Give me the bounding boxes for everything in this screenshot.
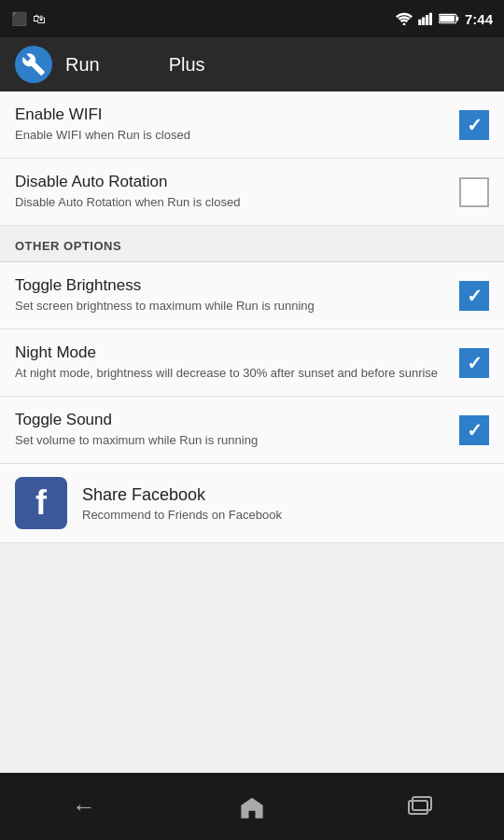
- night-mode-desc: At night mode, brightness will decrease …: [15, 365, 448, 382]
- facebook-share-item[interactable]: f Share Facebook Recommend to Friends on…: [0, 464, 504, 543]
- night-mode-checkbox[interactable]: [459, 348, 489, 378]
- svg-rect-1: [418, 20, 421, 25]
- disable-auto-rotation-text: Disable Auto Rotation Disable Auto Rotat…: [15, 173, 459, 211]
- home-button[interactable]: [224, 786, 280, 827]
- svg-rect-4: [429, 13, 432, 25]
- app-bar: Run Plus: [0, 37, 504, 91]
- toggle-brightness-text: Toggle Brightness Set screen brightness …: [15, 276, 459, 315]
- svg-rect-3: [426, 15, 428, 25]
- status-bar: ⬛ 🛍 7:44: [0, 0, 504, 37]
- home-icon: [239, 794, 265, 819]
- nav-bar: ←: [0, 773, 504, 840]
- bbm-icon: ⬛: [11, 11, 27, 26]
- settings-content: Enable WIFI Enable WIFI when Run is clos…: [0, 91, 504, 773]
- toggle-sound-text: Toggle Sound Set volume to maximum while…: [15, 411, 459, 449]
- disable-auto-rotation-title: Disable Auto Rotation: [15, 173, 448, 191]
- svg-rect-7: [440, 15, 455, 21]
- disable-auto-rotation-desc: Disable Auto Rotation when Run is closed: [15, 194, 448, 211]
- recents-icon: [407, 796, 433, 817]
- facebook-share-desc: Recommend to Friends on Facebook: [82, 508, 282, 522]
- svg-rect-6: [456, 17, 458, 21]
- wifi-icon: [396, 12, 413, 25]
- night-mode-title: Night Mode: [15, 343, 448, 362]
- back-button[interactable]: ←: [56, 786, 112, 827]
- signal-icon: [418, 12, 433, 25]
- wrench-icon: [21, 52, 46, 77]
- toggle-sound-desc: Set volume to maximum while Run is runni…: [15, 432, 448, 449]
- status-time: 7:44: [465, 11, 493, 27]
- other-options-header: OTHER OPTIONS: [0, 226, 504, 262]
- toggle-sound-title: Toggle Sound: [15, 411, 448, 429]
- enable-wifi-title: Enable WIFI: [15, 105, 448, 124]
- toggle-brightness-checkbox[interactable]: [459, 281, 489, 311]
- enable-wifi-text: Enable WIFI Enable WIFI when Run is clos…: [15, 105, 459, 144]
- app-subtitle: Plus: [169, 54, 205, 76]
- app-title: Run: [65, 54, 100, 76]
- status-bar-left-icons: ⬛ 🛍: [11, 11, 46, 26]
- night-mode-text: Night Mode At night mode, brightness wil…: [15, 343, 459, 382]
- facebook-share-title: Share Facebook: [82, 485, 282, 505]
- toggle-sound-item[interactable]: Toggle Sound Set volume to maximum while…: [0, 397, 504, 464]
- disable-auto-rotation-checkbox[interactable]: [459, 177, 489, 207]
- back-icon: ←: [72, 792, 96, 821]
- toggle-brightness-title: Toggle Brightness: [15, 276, 448, 295]
- facebook-logo: f: [15, 477, 67, 529]
- status-bar-right-icons: 7:44: [396, 11, 493, 27]
- night-mode-item[interactable]: Night Mode At night mode, brightness wil…: [0, 329, 504, 397]
- other-options-label: OTHER OPTIONS: [15, 239, 121, 253]
- toggle-brightness-item[interactable]: Toggle Brightness Set screen brightness …: [0, 262, 504, 329]
- battery-icon: [439, 13, 459, 24]
- recents-button[interactable]: [392, 786, 448, 827]
- disable-auto-rotation-item[interactable]: Disable Auto Rotation Disable Auto Rotat…: [0, 159, 504, 226]
- toggle-brightness-desc: Set screen brightness to maximum while R…: [15, 298, 448, 315]
- svg-point-0: [402, 23, 405, 26]
- app-logo: [15, 46, 52, 83]
- enable-wifi-desc: Enable WIFI when Run is closed: [15, 127, 448, 144]
- store-icon: 🛍: [33, 11, 46, 26]
- enable-wifi-checkbox[interactable]: [459, 110, 489, 140]
- toggle-sound-checkbox[interactable]: [459, 415, 489, 445]
- svg-rect-2: [422, 17, 425, 25]
- enable-wifi-item[interactable]: Enable WIFI Enable WIFI when Run is clos…: [0, 91, 504, 159]
- facebook-text: Share Facebook Recommend to Friends on F…: [82, 485, 282, 522]
